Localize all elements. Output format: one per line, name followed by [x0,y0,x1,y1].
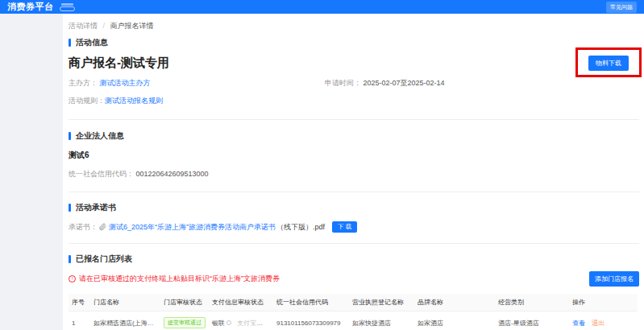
pay-unionpay-label: 银联 [212,320,225,327]
cell-actions: 查看 退出 [569,311,638,330]
store-table: 序号门店名称门店审核状态支付信息审核状态统一社会信用代码营业执照登记名称品牌名称… [69,294,638,330]
cell-payment-status: 银联 支付宝 微信 [209,311,273,330]
cell-credit-code: 913101156073309979 [273,311,349,330]
paperclip-icon [99,223,106,231]
cell-audit-status: 提交审核通过 [160,311,209,330]
store-warning: ! 请在已审核通过的支付终端上粘贴目标识“乐游上海”文旅消费券 [69,274,280,284]
section-accent-bar [69,255,71,263]
company-name: 测试6 [69,150,639,161]
pay-wechat-label: 微信 [268,320,273,327]
breadcrumb-activity-detail[interactable]: 活动详情 [69,22,98,30]
activity-title: 商户报名-测试专用 [69,56,639,71]
add-store-button[interactable]: 添加门店报名 [589,271,639,287]
credit-code-value: 001220642609513000 [136,170,209,178]
exit-link[interactable]: 退出 [592,320,605,327]
section-activity-info: 物料下载 活动信息 商户报名-测试专用 主办方： 测试活动主办方 申请时间： 2… [69,31,639,120]
help-link[interactable]: 常见问题 [606,2,637,13]
cell-store-name: 如家精选酒店(上海外滩金陵... [90,311,160,330]
commitment-download-button[interactable]: 下 载 [332,221,357,233]
material-download-button[interactable]: 物料下载 [588,56,629,71]
audit-status-badge: 提交审核通过 [164,317,206,328]
section-title-legal: 企业法人信息 [76,130,124,142]
table-header-cell: 品牌名称 [414,294,495,311]
breadcrumb-merchant-detail: 商户报名详情 [110,22,154,30]
main-content: 活动详情 / 商户报名详情 物料下载 活动信息 商户报名-测试专用 主办方： 测… [63,14,644,330]
section-title-stores: 已报名门店列表 [76,254,132,265]
section-store-list: 已报名门店列表 ! 请在已审核通过的支付终端上粘贴目标识“乐游上海”文旅消费券 … [69,244,639,330]
apply-time-label: 申请时间： [325,79,361,87]
section-accent-bar [69,204,71,212]
table-header-cell: 操作 [569,294,638,311]
credit-code-label: 统一社会信用代码： [69,170,134,178]
table-header-cell: 经营类别 [495,294,569,311]
table-header-cell: 支付信息审核状态 [209,294,273,311]
breadcrumb: 活动详情 / 商户报名详情 [69,14,639,31]
rules-label: 活动规则： [69,96,105,106]
table-header-cell: 序号 [69,294,90,311]
organizer-value[interactable]: 测试活动主办方 [100,79,151,87]
table-header-cell: 门店审核状态 [160,294,209,311]
cell-category: 酒店-星级酒店 [495,311,569,330]
section-accent-bar [69,132,71,140]
section-title-activity: 活动信息 [76,37,108,48]
apply-time-value: 2025-02-07至2025-02-14 [364,79,445,87]
section-legal-info: 企业法人信息 测试6 统一社会信用代码： 001220642609513000 [69,120,639,192]
cell-brand-name: 如家酒店 [414,311,495,330]
cell-license-name: 如家快捷酒店 [349,311,414,330]
table-header-row: 序号门店名称门店审核状态支付信息审核状态统一社会信用代码营业执照登记名称品牌名称… [69,294,638,311]
warning-text: 请在已审核通过的支付终端上粘贴目标识“乐游上海”文旅消费券 [79,274,280,284]
cell-index: 1 [69,311,90,330]
table-row: 1 如家精选酒店(上海外滩金陵... 提交审核通过 银联 支付宝 微信 9131… [69,311,638,330]
table-header-cell: 门店名称 [90,294,160,311]
platform-logo-badge [60,3,75,11]
top-navbar: 消费券平台 常见问题 [0,0,644,14]
table-header-cell: 营业执照登记名称 [349,294,414,311]
table-header-cell: 统一社会信用代码 [273,294,349,311]
commitment-label: 承诺书： [69,222,98,233]
unionpay-status-icon [226,320,231,325]
breadcrumb-separator: / [103,22,106,30]
section-title-commitment: 活动承诺书 [76,202,116,213]
pay-alipay-label: 支付宝 [237,320,263,327]
section-accent-bar [69,39,71,47]
info-circle-icon: ! [69,275,76,283]
view-link[interactable]: 查看 [572,320,585,327]
commitment-file-link[interactable]: 测试6_2025年“乐游上海”旅游消费券活动商户承诺书 [109,222,276,233]
rules-link[interactable]: 测试活动报名规则 [105,96,163,106]
commitment-file-suffix: （线下版）.pdf [276,222,325,233]
organizer-label: 主办方： [69,79,98,87]
app-title: 消费券平台 [7,1,54,13]
section-commitment: 活动承诺书 承诺书： 测试6_2025年“乐游上海”旅游消费券活动商户承诺书 （… [69,192,639,244]
red-annotation-box: 物料下载 [575,47,642,77]
